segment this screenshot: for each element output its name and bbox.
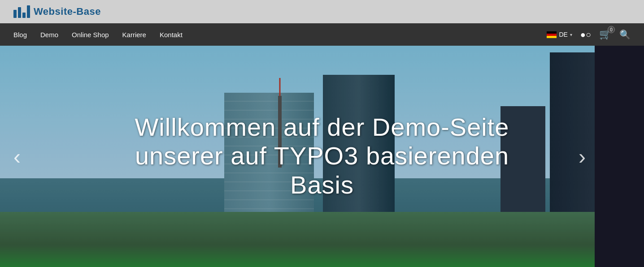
hero-title-line1: Willkommen auf der Demo-Seite bbox=[120, 113, 524, 142]
slider-next-button[interactable]: › bbox=[579, 144, 586, 169]
logo-bar-4 bbox=[27, 5, 30, 18]
flag-germany bbox=[547, 31, 557, 38]
logo-text: Website-Base bbox=[34, 6, 101, 17]
hero-slider: Willkommen auf der Demo-Seite unserer au… bbox=[0, 46, 644, 267]
top-bar: Website-Base bbox=[0, 0, 644, 23]
logo-bar-1 bbox=[13, 10, 17, 18]
cart-button[interactable]: 🛒 0 bbox=[599, 29, 611, 40]
nav-link-blog[interactable]: Blog bbox=[13, 31, 27, 39]
nav-right: DE ▾ ●○ 🛒 0 🔍 bbox=[547, 29, 631, 40]
flag-stripe-yellow bbox=[547, 36, 557, 38]
nav-bar: Blog Demo Online Shop Karriere Kontakt D… bbox=[0, 23, 644, 46]
logo-bar-2 bbox=[18, 7, 21, 18]
search-icon[interactable]: 🔍 bbox=[619, 29, 631, 40]
hero-title-line2: unserer auf TYPO3 basierenden Basis bbox=[120, 142, 524, 200]
nav-link-demo[interactable]: Demo bbox=[40, 31, 58, 39]
nav-link-kontakt[interactable]: Kontakt bbox=[160, 31, 183, 39]
logo-icon bbox=[13, 5, 30, 18]
nav-link-karriere[interactable]: Karriere bbox=[122, 31, 146, 39]
nav-links: Blog Demo Online Shop Karriere Kontakt bbox=[13, 31, 183, 39]
slider-prev-button[interactable]: ‹ bbox=[13, 144, 21, 169]
language-selector[interactable]: DE ▾ bbox=[547, 31, 572, 38]
chevron-down-icon: ▾ bbox=[570, 32, 572, 37]
nav-link-online-shop[interactable]: Online Shop bbox=[72, 31, 109, 39]
logo[interactable]: Website-Base bbox=[13, 5, 101, 18]
user-icon[interactable]: ●○ bbox=[580, 30, 591, 40]
cart-badge: 0 bbox=[608, 26, 615, 33]
hero-text: Willkommen auf der Demo-Seite unserer au… bbox=[120, 113, 524, 199]
lang-code: DE bbox=[559, 31, 567, 38]
logo-bar-3 bbox=[22, 13, 26, 18]
